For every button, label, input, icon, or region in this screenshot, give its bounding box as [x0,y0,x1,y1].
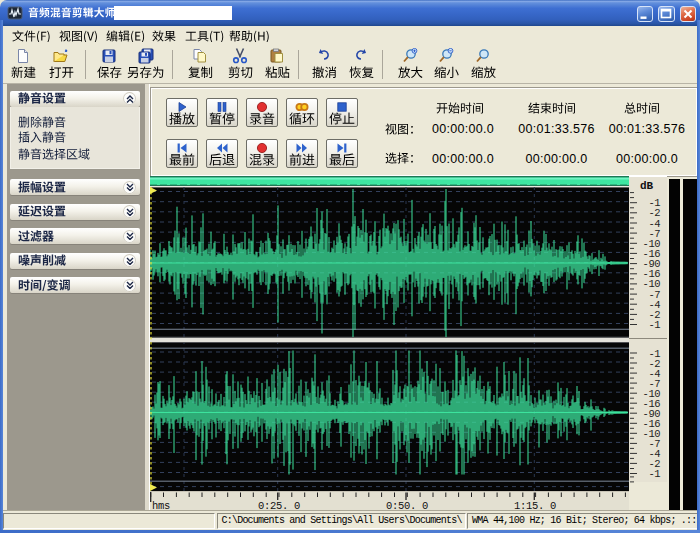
svg-text:-1: -1 [648,319,660,331]
svg-text:-1: -1 [648,468,660,480]
